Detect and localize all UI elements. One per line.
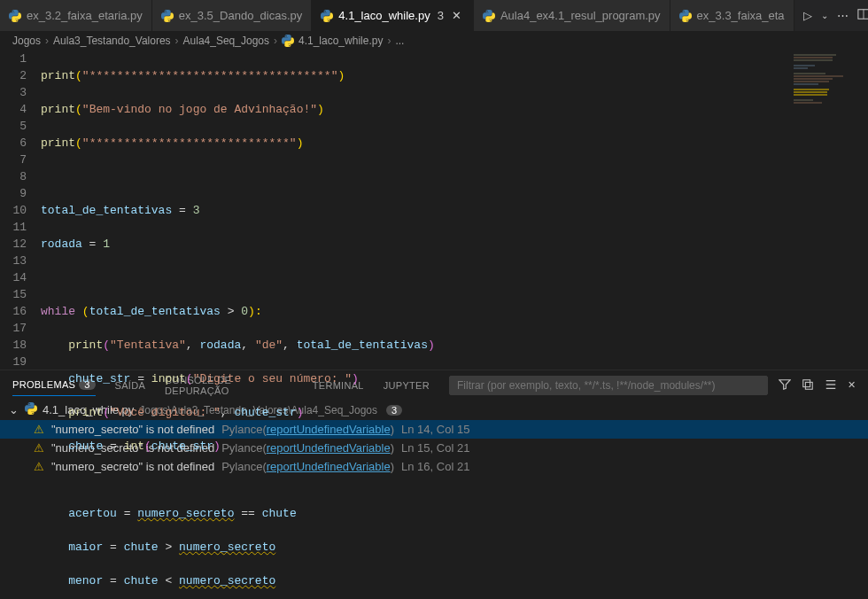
breadcrumb[interactable]: Jogos › Aula3_Testando_Valores › Aula4_S… [0, 31, 868, 51]
tab-ex35[interactable]: ex_3.5_Dando_dicas.py [152, 0, 313, 31]
chevron-down-icon[interactable]: ⌄ [821, 11, 828, 20]
tab-41-laco-while[interactable]: 4.1_laco_while.py 3 ✕ [312, 0, 474, 31]
tab-label: Aula4_ex4.1_resul_program.py [500, 9, 661, 22]
close-icon[interactable]: ✕ [449, 9, 464, 22]
chevron-right-icon: › [274, 35, 277, 47]
chevron-right-icon: › [387, 35, 391, 47]
minimap[interactable] [788, 51, 868, 370]
python-icon [9, 10, 21, 22]
chevron-right-icon: › [45, 35, 49, 47]
tab-dirty-badge: 3 [438, 9, 444, 22]
split-editor-icon[interactable] [857, 8, 868, 23]
tab-label: ex_3.5_Dando_dicas.py [179, 9, 303, 22]
breadcrumb-seg[interactable]: Jogos [12, 35, 41, 47]
tab-label: ex_3.3_faixa_eta [697, 9, 785, 22]
tabs-actions: ▷ ⌄ ⋯ [794, 0, 868, 31]
python-icon [25, 402, 37, 417]
tab-aula4-ex41[interactable]: Aula4_ex4.1_resul_program.py [474, 0, 670, 31]
tab-ex33[interactable]: ex_3.3_faixa_eta [670, 0, 794, 31]
chevron-down-icon[interactable]: ⌄ [7, 403, 19, 416]
tab-ex32[interactable]: ex_3.2_faixa_etaria.py [0, 0, 152, 31]
line-gutter: 123 456 789 101112 131415 161718 19 [0, 51, 41, 370]
breadcrumb-seg[interactable]: ... [395, 35, 404, 47]
minimap-preview [794, 54, 864, 125]
python-icon [679, 10, 692, 22]
breadcrumb-seg[interactable]: Aula3_Testando_Valores [53, 35, 171, 47]
more-icon[interactable]: ⋯ [837, 9, 849, 22]
editor[interactable]: 123 456 789 101112 131415 161718 19 prin… [0, 51, 868, 370]
breadcrumb-seg[interactable]: Aula4_Seq_Jogos [183, 35, 269, 47]
code-area[interactable]: print("*********************************… [41, 51, 868, 370]
python-icon [483, 10, 495, 22]
breadcrumb-seg[interactable]: 4.1_laco_while.py [298, 35, 383, 47]
chevron-right-icon: › [175, 35, 179, 47]
editor-tabs-bar: ex_3.2_faixa_etaria.py ex_3.5_Dando_dica… [0, 0, 868, 31]
tab-label: ex_3.2_faixa_etaria.py [27, 9, 143, 22]
tab-label: 4.1_laco_while.py [338, 9, 430, 22]
python-icon [321, 10, 333, 22]
python-icon [161, 10, 174, 22]
python-icon [282, 35, 294, 47]
run-icon[interactable]: ▷ [803, 9, 812, 22]
